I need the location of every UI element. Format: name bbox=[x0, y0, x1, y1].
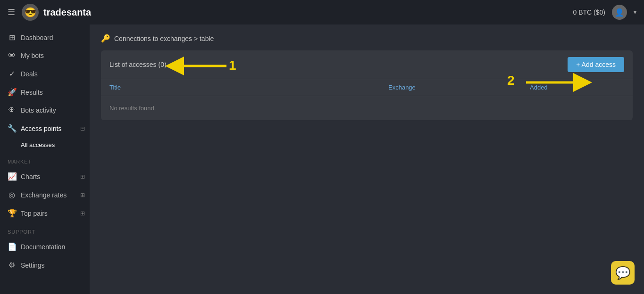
breadcrumb: 🔑 Connections to exchanges > table bbox=[101, 34, 633, 43]
exchange-rates-expand-icon[interactable]: ⊞ bbox=[80, 192, 85, 198]
my-bots-icon: 👁 bbox=[8, 51, 16, 60]
sidebar-item-settings[interactable]: ⚙ Settings bbox=[0, 256, 90, 274]
add-access-button[interactable]: + Add access bbox=[568, 57, 624, 72]
sidebar-item-exchange-rates[interactable]: ◎ Exchange rates ⊞ bbox=[0, 186, 90, 204]
sidebar-item-dashboard[interactable]: ⊞ Dashboard bbox=[0, 28, 90, 47]
documentation-icon: 📄 bbox=[8, 242, 16, 251]
col-exchange: Exchange bbox=[388, 84, 530, 91]
logo-area: 😎 tradesanta bbox=[22, 4, 91, 21]
topnav-left: ☰ 😎 tradesanta bbox=[8, 4, 91, 21]
dashboard-icon: ⊞ bbox=[8, 33, 16, 42]
deals-icon: ✓ bbox=[8, 69, 16, 78]
topnav-right: 0 BTC ($0) 👤 ▾ bbox=[573, 5, 636, 20]
support-section-label: SUPPORT bbox=[0, 222, 90, 237]
content-wrapper: 1 2 🔑 Connections to exchanges > table L… bbox=[90, 24, 644, 294]
results-icon: 🚀 bbox=[8, 88, 16, 97]
empty-message: No results found. bbox=[101, 96, 633, 120]
sidebar-item-bots-activity[interactable]: 👁 Bots activity bbox=[0, 101, 90, 119]
all-accesses-label: All accesses bbox=[21, 141, 55, 148]
chat-bubble-button[interactable]: 💬 bbox=[611, 261, 635, 285]
sidebar-label-my-bots: My bots bbox=[21, 52, 44, 59]
sidebar-label-access-points: Access points bbox=[21, 125, 61, 132]
settings-icon: ⚙ bbox=[8, 261, 16, 270]
sidebar-sub-item-all-accesses[interactable]: All accesses bbox=[0, 138, 90, 152]
accesses-panel: List of accesses (0) + Add access Title … bbox=[101, 50, 633, 120]
breadcrumb-icon: 🔑 bbox=[101, 34, 110, 43]
exchange-rates-icon: ◎ bbox=[8, 190, 16, 199]
sidebar-item-deals[interactable]: ✓ Deals bbox=[0, 65, 90, 83]
sidebar-item-results[interactable]: 🚀 Results bbox=[0, 83, 90, 101]
user-menu-chevron[interactable]: ▾ bbox=[634, 9, 636, 16]
sidebar-label-settings: Settings bbox=[21, 261, 45, 269]
topnav: ☰ 😎 tradesanta 0 BTC ($0) 👤 ▾ bbox=[0, 0, 644, 24]
sidebar-item-my-bots[interactable]: 👁 My bots bbox=[0, 47, 90, 65]
charts-expand-icon[interactable]: ⊞ bbox=[80, 173, 85, 180]
sidebar-label-deals: Deals bbox=[21, 70, 38, 78]
sidebar-item-documentation[interactable]: 📄 Documentation bbox=[0, 237, 90, 256]
content: 🔑 Connections to exchanges > table List … bbox=[90, 24, 644, 294]
sidebar-item-charts[interactable]: 📈 Charts ⊞ bbox=[0, 167, 90, 186]
sidebar-label-charts: Charts bbox=[21, 173, 40, 180]
sidebar-label-dashboard: Dashboard bbox=[21, 34, 53, 41]
bots-activity-icon: 👁 bbox=[8, 106, 16, 114]
sidebar-label-top-pairs: Top pairs bbox=[21, 210, 48, 217]
table-header: Title Exchange Added bbox=[101, 79, 633, 96]
top-pairs-icon: 🏆 bbox=[8, 209, 16, 218]
sidebar-label-bots-activity: Bots activity bbox=[21, 106, 56, 114]
sidebar-label-documentation: Documentation bbox=[21, 243, 65, 251]
access-points-expand-icon[interactable]: ⊟ bbox=[80, 125, 85, 132]
sidebar-item-access-points[interactable]: 🔧 Access points ⊟ bbox=[0, 119, 90, 138]
sidebar-label-results: Results bbox=[21, 89, 43, 96]
logo-text: tradesanta bbox=[43, 7, 91, 18]
user-avatar[interactable]: 👤 bbox=[612, 5, 627, 20]
charts-icon: 📈 bbox=[8, 172, 16, 181]
panel-header: List of accesses (0) + Add access bbox=[101, 50, 633, 79]
main-layout: ⊞ Dashboard 👁 My bots ✓ Deals 🚀 Results … bbox=[0, 24, 644, 294]
sidebar-item-top-pairs[interactable]: 🏆 Top pairs ⊞ bbox=[0, 204, 90, 222]
market-section-label: MARKET bbox=[0, 152, 90, 167]
access-points-icon: 🔧 bbox=[8, 124, 16, 133]
sidebar: ⊞ Dashboard 👁 My bots ✓ Deals 🚀 Results … bbox=[0, 24, 90, 294]
top-pairs-expand-icon[interactable]: ⊞ bbox=[80, 210, 85, 217]
col-added: Added bbox=[530, 84, 624, 91]
panel-title: List of accesses (0) bbox=[109, 61, 167, 68]
sidebar-label-exchange-rates: Exchange rates bbox=[21, 191, 67, 199]
breadcrumb-text: Connections to exchanges > table bbox=[114, 35, 214, 42]
logo-avatar: 😎 bbox=[22, 4, 39, 21]
balance-display: 0 BTC ($0) bbox=[573, 8, 605, 16]
hamburger-icon[interactable]: ☰ bbox=[8, 7, 15, 17]
col-title: Title bbox=[109, 84, 388, 91]
